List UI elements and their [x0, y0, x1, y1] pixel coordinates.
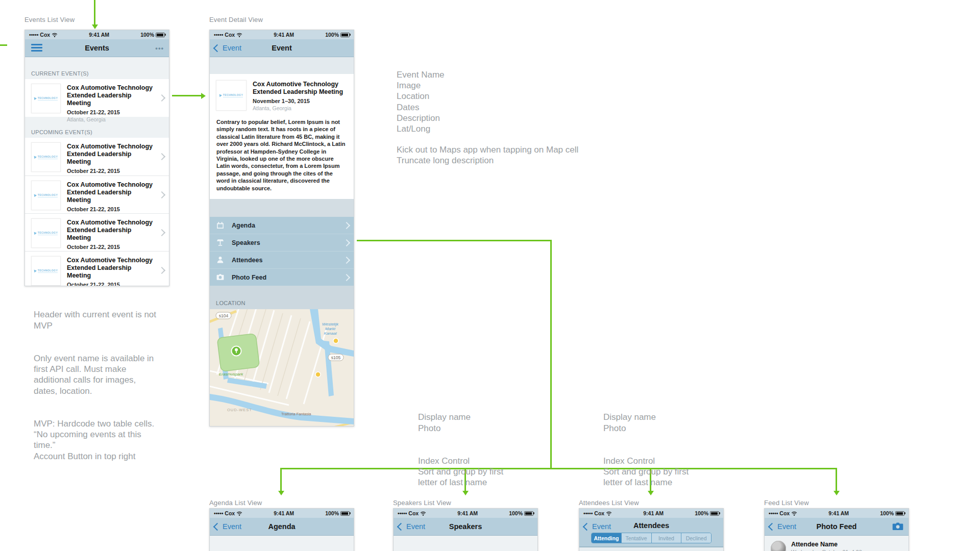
truncate-note: Truncate long description — [397, 155, 611, 166]
agenda-section-header: TUESDAY, OCTOBER 20 — [210, 536, 354, 551]
menu-row-photo-feed[interactable]: Photo Feed — [210, 268, 354, 286]
back-label: Event — [592, 522, 611, 531]
chevron-right-icon — [158, 191, 165, 198]
menu-icon[interactable] — [31, 44, 42, 52]
clock-label: 9:41 AM — [828, 510, 849, 516]
chevron-right-icon — [343, 256, 350, 263]
event-date: November 1–30, 2015 — [253, 98, 348, 104]
event-location: Atlanta, Georgia — [253, 105, 348, 111]
field-dates: Dates — [397, 102, 445, 113]
segment-tentative[interactable]: Tentative — [621, 533, 651, 543]
status-bar: ••••• Cox 9:41 AM 100% — [765, 509, 909, 518]
field-location: Location — [397, 91, 445, 102]
list-note-right: Display name Photo Index Control Sort an… — [603, 401, 700, 499]
connector-left-dash — [0, 44, 7, 46]
connector-list-to-detail-line — [172, 95, 201, 96]
menu-row-speakers[interactable]: Speakers — [210, 234, 354, 251]
wifi-icon — [52, 33, 58, 37]
battery-label: 100% — [695, 510, 708, 516]
carrier-label: ••••• Cox — [769, 510, 790, 516]
segment-declined[interactable]: Declined — [681, 533, 711, 543]
back-button[interactable]: Event — [584, 518, 611, 551]
map-water-label-3: Kanaal — [324, 331, 337, 336]
back-label: Event — [223, 44, 241, 52]
technology-logo-icon — [219, 94, 222, 97]
event-detail-view-label: Event Detail View — [209, 16, 263, 23]
event-title: Cox Automotive Technology Extended Leade… — [67, 181, 157, 204]
camera-icon — [216, 273, 225, 282]
chevron-right-icon — [343, 239, 350, 246]
connector-detail-h — [357, 240, 552, 241]
event-cell-current[interactable]: TECHNOLOGY Cox Automotive Technology Ext… — [25, 79, 169, 117]
battery-icon — [340, 511, 350, 516]
technology-logo-icon — [34, 269, 37, 273]
event-thumbnail: TECHNOLOGY — [31, 142, 61, 172]
chevron-left-icon — [213, 44, 222, 52]
menu-row-agenda[interactable]: Agenda — [210, 217, 354, 234]
chevron-right-icon — [158, 153, 165, 160]
event-cell-upcoming-4[interactable]: TECHNOLOGY Cox Automotive Technology Ext… — [25, 251, 169, 286]
agenda-title: Agenda — [268, 522, 295, 531]
detail-spacer-2 — [210, 199, 354, 217]
battery-label: 100% — [880, 510, 894, 516]
left-note-p1: Header with current event is not MVP — [34, 309, 175, 331]
attendee-avatar — [771, 541, 786, 551]
left-note-p3: MVP: Hardcode two table cells. “No upcom… — [34, 418, 175, 462]
connector-top-arrowhead — [92, 24, 98, 29]
event-cell-upcoming-1[interactable]: TECHNOLOGY Cox Automotive Technology Ext… — [25, 138, 169, 176]
detail-spacer — [210, 57, 354, 74]
battery-label: 100% — [140, 32, 154, 38]
event-cell-upcoming-3[interactable]: TECHNOLOGY Cox Automotive Technology Ext… — [25, 213, 169, 251]
feed-post[interactable]: Attendee Name Wednesday, October 21, 4:2… — [765, 536, 909, 551]
list-note-left-a: Display name Photo — [418, 412, 515, 434]
wifi-icon — [420, 511, 426, 516]
speakers-title: Speakers — [449, 522, 482, 531]
back-button[interactable]: Event — [214, 518, 241, 535]
location-section-header: LOCATION — [210, 286, 354, 309]
carrier-label: ••••• Cox — [214, 32, 235, 38]
more-icon[interactable]: ••• — [155, 39, 164, 57]
back-button[interactable]: Event — [214, 39, 241, 57]
events-nav-bar: Events ••• — [25, 39, 169, 57]
photo-feed-title: Photo Feed — [817, 522, 857, 531]
back-button[interactable]: Event — [398, 518, 425, 535]
detail-fields-note: Event Name Image Location Dates Descript… — [397, 69, 445, 134]
menu-label: Speakers — [232, 239, 260, 246]
map-water-label-1: Westelijk — [322, 322, 339, 327]
field-event-name: Event Name — [397, 69, 445, 80]
list-note-right-b: Index Control Sort and group by first le… — [603, 456, 700, 488]
connector-feed-arrowhead — [834, 491, 840, 495]
detail-nav-bar: Event Event — [210, 39, 354, 57]
event-thumbnail: TECHNOLOGY — [31, 181, 61, 210]
event-date: October 21-22, 2015 — [67, 168, 157, 174]
route-s105-label: s105 — [331, 355, 341, 360]
technology-logo-icon — [34, 194, 37, 197]
back-button[interactable]: Event — [769, 518, 796, 535]
route-s104-label: s104 — [219, 313, 229, 318]
menu-row-attendees[interactable]: Attendees — [210, 251, 354, 268]
map-view[interactable]: s104 s105 Westelijk Markt Kanaal Erasmus… — [210, 309, 354, 427]
status-bar: ••••• Cox 9:41 AM 100% — [25, 30, 169, 39]
clock-label: 9:41 AM — [274, 32, 294, 38]
wifi-icon — [236, 511, 242, 516]
camera-button[interactable] — [892, 522, 903, 533]
technology-logo-text: TECHNOLOGY — [223, 93, 243, 97]
clock-label: 9:41 AM — [274, 510, 294, 516]
event-date: October 21-22, 2015 — [67, 244, 157, 250]
back-label: Event — [406, 522, 425, 531]
status-bar: ••••• Cox 9:41 AM 100% — [210, 509, 354, 518]
back-label: Event — [223, 522, 241, 531]
events-title: Events — [85, 44, 109, 52]
agenda-list-view-label: Agenda List View — [209, 499, 262, 507]
clock-label: 9:41 AM — [89, 32, 109, 38]
chevron-right-icon — [158, 229, 165, 236]
detail-event-header: TECHNOLOGY Cox Automotive Technology Ext… — [210, 74, 354, 116]
left-note: Header with current event is not MVP Onl… — [34, 298, 175, 473]
chevron-right-icon — [158, 94, 165, 102]
attendees-title: Attendees — [633, 521, 669, 530]
battery-icon — [524, 511, 533, 516]
event-cell-upcoming-2[interactable]: TECHNOLOGY Cox Automotive Technology Ext… — [25, 176, 169, 213]
segment-invited[interactable]: Invited — [651, 533, 681, 543]
event-date: October 21-22, 2015 — [67, 206, 157, 212]
photo-feed-screen: ••••• Cox 9:41 AM 100% Event Photo Feed … — [764, 508, 909, 551]
